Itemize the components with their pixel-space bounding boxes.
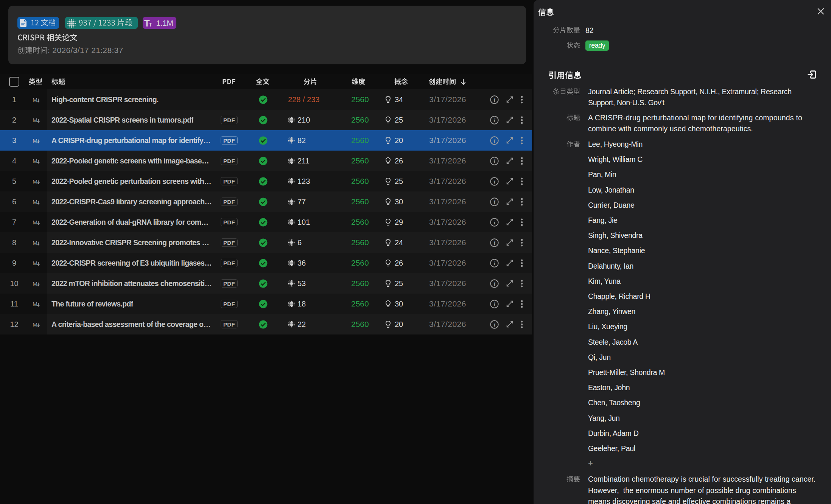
svg-text:i: i <box>494 96 496 103</box>
svg-text:i: i <box>494 260 496 266</box>
svg-text:T: T <box>149 21 152 27</box>
svg-text:i: i <box>494 240 496 246</box>
svg-text:M: M <box>33 158 37 164</box>
svg-text:M: M <box>33 137 37 144</box>
svg-text:i: i <box>494 117 496 123</box>
svg-text:i: i <box>494 137 496 143</box>
svg-text:M: M <box>33 117 37 123</box>
svg-text:i: i <box>494 199 496 205</box>
svg-text:i: i <box>494 178 496 184</box>
svg-text:M: M <box>33 321 37 328</box>
svg-text:i: i <box>494 321 496 327</box>
svg-text:M: M <box>33 219 37 226</box>
svg-text:i: i <box>494 280 496 286</box>
svg-text:M: M <box>33 240 37 246</box>
svg-text:M: M <box>33 96 37 103</box>
svg-text:M: M <box>33 178 37 185</box>
svg-text:i: i <box>494 158 496 164</box>
svg-text:M: M <box>33 280 37 287</box>
svg-text:M: M <box>33 301 37 307</box>
svg-text:i: i <box>494 301 496 307</box>
svg-text:M: M <box>33 260 37 266</box>
svg-text:i: i <box>494 219 496 225</box>
svg-text:M: M <box>33 199 37 205</box>
